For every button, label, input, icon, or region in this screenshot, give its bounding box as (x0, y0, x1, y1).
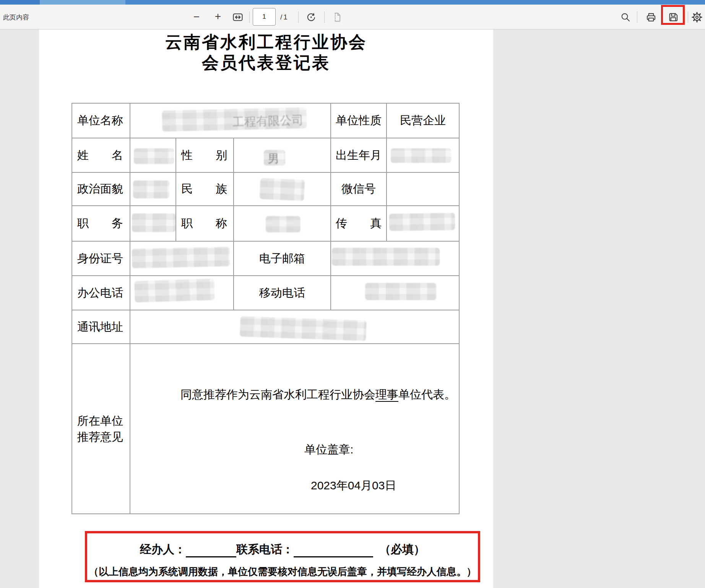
redaction-name (134, 148, 174, 164)
label-recommend: 所在单位推荐意见 (72, 344, 130, 513)
rotate-icon (305, 11, 317, 23)
redaction-mobile (365, 283, 436, 300)
redaction-duty (132, 213, 175, 232)
toolbar-divider (324, 11, 325, 23)
browser-strip-segment (0, 0, 40, 5)
operator-annotation-box: 经办人： 联系电话： （必填） （以上信息均为系统调用数据，单位仅需要核对信息无… (85, 531, 480, 582)
label-gender: 性别 (176, 138, 233, 172)
seal-date: 2023年04月03日 (311, 478, 396, 494)
redaction-email (332, 248, 440, 266)
label-political: 政治面貌 (72, 173, 130, 205)
print-button[interactable] (645, 11, 657, 23)
operator-label: 经办人： (140, 542, 186, 557)
seal-label: 单位盖章: (304, 442, 353, 458)
print-icon (645, 11, 657, 23)
form-title-line2: 会员代表登记表 (39, 52, 493, 73)
label-email: 电子邮箱 (234, 242, 330, 275)
operator-blank-line (186, 544, 236, 557)
form-title: 云南省水利工程行业协会 会员代表登记表 (39, 32, 493, 73)
operator-line: 经办人： 联系电话： （必填） (87, 542, 478, 557)
required-label: （必填） (379, 542, 425, 557)
label-wechat: 微信号 (331, 173, 386, 205)
form-title-line1: 云南省水利工程行业协会 (39, 32, 493, 52)
toolbar-divider (298, 11, 299, 23)
rotate-button[interactable] (305, 11, 317, 23)
label-address: 通讯地址 (72, 310, 130, 343)
save-button[interactable] (667, 11, 679, 23)
phone-label: 联系电话： (236, 542, 294, 557)
label-name: 姓名 (72, 138, 130, 172)
pdf-page: 云南省水利工程行业协会 会员代表登记表 单位名称 单位性质 民营企业 姓名 性别… (39, 29, 493, 588)
redaction-id-no (132, 247, 230, 268)
fit-to-width-button[interactable] (232, 11, 244, 23)
label-office-tel: 办公电话 (72, 276, 130, 310)
redaction-fax (389, 213, 455, 231)
label-unit-name: 单位名称 (72, 104, 130, 138)
label-fax: 传真 (331, 206, 386, 241)
page-view-button-disabled (331, 11, 343, 23)
redaction-political (133, 180, 169, 198)
page-number-input[interactable]: 1 (253, 8, 276, 26)
pdf-toolbar: 此页内容 − + 1 /1 (0, 5, 705, 29)
label-birth: 出生年月 (331, 138, 386, 172)
search-button[interactable] (620, 11, 631, 23)
search-icon (620, 12, 631, 23)
toolbar-divider (637, 11, 637, 23)
ghost-gender: 男 (268, 151, 279, 167)
label-id-no: 身份证号 (72, 242, 130, 275)
redaction-gender: 男 (264, 150, 285, 166)
value-unit-nature: 民营企业 (387, 104, 459, 138)
phone-blank-line (294, 544, 373, 557)
browser-top-strip (0, 0, 705, 5)
page-content-label: 此页内容 (3, 13, 29, 21)
recommend-content-cell: 同意推荐作为云南省水利工程行业协会理事单位代表。 单位盖章: 2023年04月0… (130, 344, 459, 513)
label-mobile: 移动电话 (234, 276, 330, 310)
toolbar-divider (688, 11, 688, 23)
label-ethnic: 民族 (176, 173, 233, 205)
page-view-icon (331, 11, 343, 23)
settings-button[interactable] (690, 11, 703, 24)
redaction-birth (391, 148, 451, 163)
redaction-office-tel (134, 279, 215, 303)
redaction-ethnic (260, 178, 305, 201)
zoom-in-button[interactable]: + (212, 10, 224, 23)
page-count-label: /1 (280, 12, 289, 22)
underlined-role: 理事 (375, 388, 398, 402)
label-duty: 职务 (72, 206, 130, 241)
fit-width-icon (232, 11, 244, 23)
gear-icon (691, 11, 703, 23)
recommend-text: 同意推荐作为云南省水利工程行业协会理事单位代表。 (180, 387, 456, 403)
toolbar-divider (249, 11, 250, 23)
browser-tab-sliver (40, 0, 125, 5)
value-wechat (387, 173, 459, 205)
zoom-out-button[interactable]: − (190, 10, 203, 24)
redaction-prof-title (266, 216, 301, 232)
ghost-company-suffix: 工程有限公司 (232, 112, 304, 130)
label-unit-nature: 单位性质 (331, 104, 386, 138)
save-icon (668, 11, 679, 23)
label-prof-title: 职称 (176, 206, 233, 241)
footer-note: （以上信息均为系统调用数据，单位仅需要核对信息无误后盖章，并填写经办人信息。） (87, 565, 478, 578)
redaction-unit-name: 工程有限公司 (162, 107, 307, 132)
pdf-viewer-window: 此页内容 − + 1 /1 (0, 0, 705, 588)
